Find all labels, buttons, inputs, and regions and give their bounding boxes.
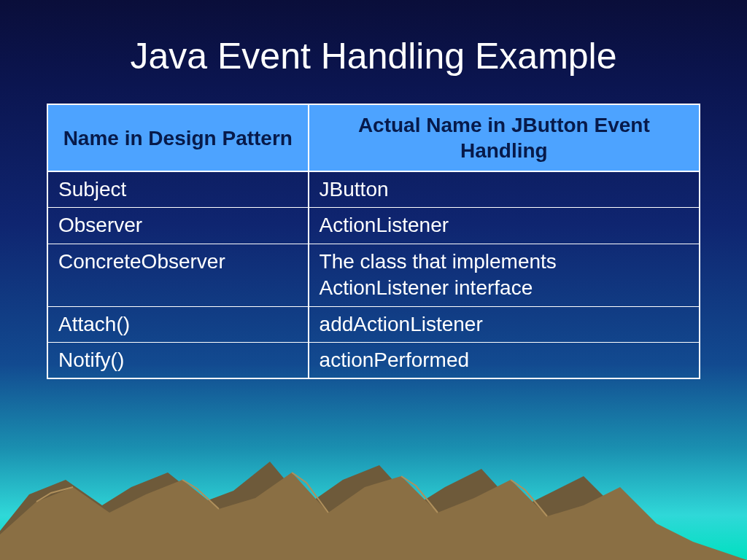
table-row: Subject JButton [47,171,700,208]
cell-actual: actionPerformed [309,342,700,378]
table-row: Observer ActionListener [47,208,700,244]
table-container: Name in Design Pattern Actual Name in JB… [47,104,700,379]
table-row: Attach() addActionListener [47,306,700,342]
cell-actual: The class that implements ActionListener… [309,244,700,306]
cell-pattern: Subject [47,171,309,208]
table-row: Notify() actionPerformed [47,342,700,378]
cell-pattern: Attach() [47,306,309,342]
mapping-table: Name in Design Pattern Actual Name in JB… [47,104,700,379]
cell-actual: JButton [309,171,700,208]
cell-actual: ActionListener [309,208,700,244]
cell-pattern: Notify() [47,342,309,378]
cell-pattern: ConcreteObserver [47,244,309,306]
mountain-decoration [0,436,747,560]
slide-title: Java Event Handling Example [0,0,747,77]
header-jbutton-event: Actual Name in JButton Event Handling [309,104,700,171]
header-design-pattern: Name in Design Pattern [47,104,309,171]
cell-pattern: Observer [47,208,309,244]
table-row: ConcreteObserver The class that implemen… [47,244,700,306]
cell-actual: addActionListener [309,306,700,342]
table-header-row: Name in Design Pattern Actual Name in JB… [47,104,700,171]
